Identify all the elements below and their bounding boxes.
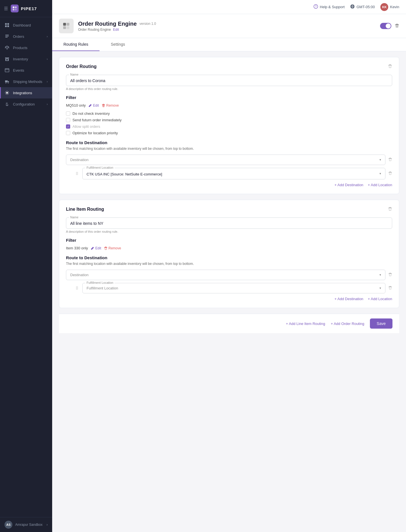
drag-handle[interactable]: ⠿ — [74, 171, 80, 177]
route-section-title: Route to Destination — [66, 140, 392, 145]
sidebar-item-shipping-methods[interactable]: Shipping Methods › — [0, 76, 52, 87]
fulfillment-select[interactable]: Fulfillment Location CTK USA INC [Source… — [82, 168, 385, 179]
tab-routing-rules[interactable]: Routing Rules — [52, 38, 100, 51]
checkbox-send-future: Send futurn order immediately — [66, 118, 392, 122]
sidebar-footer[interactable]: AS Amrapur Sandbox › — [0, 517, 52, 532]
sidebar-item-label: Integrations — [13, 91, 32, 95]
delete-line-item-routing-button[interactable] — [388, 207, 392, 212]
shipping-icon — [5, 79, 10, 84]
delete-line-item-location-button[interactable] — [388, 286, 392, 291]
add-order-routing-button[interactable]: + Add Order Routing — [331, 322, 364, 326]
svg-rect-8 — [5, 69, 9, 72]
name-field-label: Name — [69, 73, 80, 76]
enable-toggle[interactable] — [380, 23, 391, 29]
save-button[interactable]: Save — [370, 318, 392, 329]
sidebar-logo: PIPE17 — [11, 5, 37, 12]
add-destination-button[interactable]: + Add Destination — [334, 183, 363, 187]
events-icon — [5, 68, 10, 73]
svg-rect-0 — [13, 6, 14, 8]
main-area: ? Help & Support GMT-05:00 KK Kevin — [52, 0, 406, 532]
app-header: Order Routing Engine version 1.0 Order R… — [52, 14, 406, 38]
svg-rect-7 — [7, 25, 9, 27]
order-routing-card: Order Routing Name All orders to Corona … — [59, 57, 399, 194]
edit-link[interactable]: Edit — [113, 28, 119, 32]
logo-text: PIPE17 — [21, 6, 37, 11]
filter-row: MQ510 only Edit Remove — [66, 103, 392, 107]
hamburger-icon[interactable]: ☰ — [4, 6, 8, 11]
sidebar-item-label: Inventory — [13, 57, 28, 61]
checkbox-input-optimize[interactable] — [66, 131, 70, 135]
order-routing-add-actions: + Add Destination + Add Location — [66, 183, 392, 187]
line-item-destination-select[interactable]: Destination ▾ — [66, 270, 385, 280]
svg-rect-4 — [5, 23, 7, 25]
line-item-add-actions: + Add Destination + Add Location — [66, 297, 392, 301]
user-avatar: AS — [5, 521, 12, 529]
line-item-add-destination-button[interactable]: + Add Destination — [334, 297, 363, 301]
checkbox-label-allow-split: Allow split orders — [72, 124, 100, 129]
filter-remove-button[interactable]: Remove — [102, 104, 119, 107]
line-item-filter-edit-button[interactable]: Edit — [91, 246, 101, 250]
filter-section-title: Filter — [66, 95, 392, 100]
fulfillment-label: Fulfillment Location — [85, 166, 114, 169]
delete-location-button[interactable] — [388, 171, 392, 176]
tab-settings[interactable]: Settings — [100, 38, 136, 51]
svg-text:?: ? — [315, 5, 317, 8]
order-routing-name-field: Name All orders to Corona — [66, 75, 392, 86]
destination-select[interactable]: Destination ▾ — [66, 155, 385, 165]
dropdown-chevron: ▾ — [379, 172, 381, 175]
sidebar-item-products[interactable]: Products — [0, 42, 52, 53]
line-item-name-value: All line items to NY — [70, 221, 388, 226]
topbar: ? Help & Support GMT-05:00 KK Kevin — [52, 0, 406, 14]
app-subtitle: Order Routing Engine Edit — [78, 28, 376, 32]
dashboard-icon — [5, 23, 10, 28]
sidebar-item-configuration[interactable]: Configuration › — [0, 98, 52, 110]
line-item-name-desc: A description of this order routing rule… — [66, 230, 392, 233]
delete-line-item-destination-button[interactable] — [388, 272, 392, 277]
order-routing-title: Order Routing — [66, 64, 96, 69]
sidebar-item-orders[interactable]: Orders › — [0, 31, 52, 42]
line-item-route-desc: The first matching location with availab… — [66, 262, 392, 266]
svg-point-12 — [6, 92, 8, 94]
line-item-add-location-button[interactable]: + Add Location — [368, 297, 392, 301]
add-location-button[interactable]: + Add Location — [368, 183, 392, 187]
delete-destination-button[interactable] — [388, 157, 392, 162]
products-icon — [5, 45, 10, 50]
chevron-right-icon: › — [47, 103, 48, 106]
help-support-button[interactable]: ? Help & Support — [314, 4, 345, 10]
app-version: version 1.0 — [140, 22, 156, 26]
sidebar-item-dashboard[interactable]: Dashboard — [0, 19, 52, 31]
sidebar-item-label: Dashboard — [13, 23, 31, 27]
sidebar-item-inventory[interactable]: Inventory › — [0, 53, 52, 65]
checkbox-allow-split: ✓ Allow split orders — [66, 124, 392, 129]
checkbox-no-check-inventory: Do not check inventory — [66, 111, 392, 116]
delete-order-routing-button[interactable] — [388, 64, 392, 69]
add-line-item-routing-button[interactable]: + Add Line Item Routing — [286, 322, 325, 326]
routing-content: Order Routing Name All orders to Corona … — [52, 51, 406, 339]
line-item-fulfillment-label: Fulfillment Location — [85, 281, 114, 284]
delete-app-button[interactable] — [395, 23, 399, 29]
line-item-location-row: ⠿ Fulfillment Location Fulfillment Locat… — [66, 283, 392, 293]
tabs-bar: Routing Rules Settings — [52, 38, 406, 51]
user-menu[interactable]: KK Kevin — [380, 3, 399, 11]
svg-rect-5 — [7, 23, 9, 25]
sidebar-item-label: Shipping Methods — [13, 80, 42, 84]
timezone-selector[interactable]: GMT-05:00 — [350, 4, 375, 10]
line-item-fulfillment-select[interactable]: Fulfillment Location Fulfillment Locatio… — [82, 283, 385, 293]
line-item-filter-title: Filter — [66, 238, 392, 243]
line-item-routing-card: Line Item Routing Name All line items to… — [59, 200, 399, 308]
line-item-routing-title: Line Item Routing — [66, 207, 104, 212]
checkbox-label-optimize: Optimize for location priority — [72, 131, 118, 135]
globe-icon — [350, 4, 355, 10]
sidebar-item-events[interactable]: Events — [0, 65, 52, 76]
name-field-desc: A description of this order routing rule… — [66, 87, 392, 91]
sidebar-item-integrations[interactable]: Integrations — [0, 87, 52, 98]
drag-handle[interactable]: ⠿ — [74, 285, 80, 291]
checkbox-input-no-check[interactable] — [66, 111, 70, 116]
line-item-filter-remove-button[interactable]: Remove — [104, 246, 121, 250]
app-title-area: Order Routing Engine version 1.0 Order R… — [78, 21, 376, 32]
toggle-thumb — [386, 23, 391, 28]
inventory-icon — [5, 56, 10, 61]
filter-edit-button[interactable]: Edit — [89, 104, 99, 107]
checkbox-input-send-future[interactable] — [66, 118, 70, 122]
line-item-destination-row: Destination ▾ — [66, 270, 392, 280]
